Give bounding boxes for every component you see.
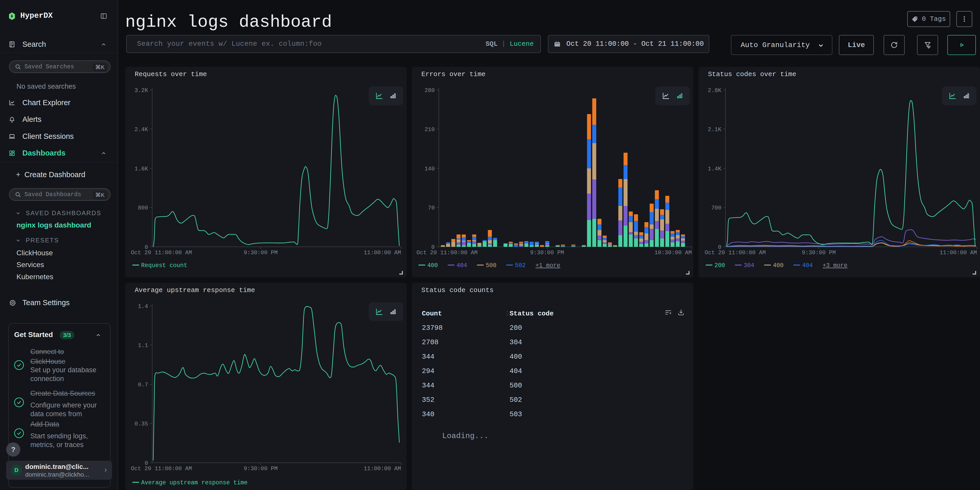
svg-text:140: 140 — [425, 166, 435, 172]
svg-text:503: 503 — [509, 410, 522, 418]
svg-text:1.4K: 1.4K — [708, 166, 722, 172]
svg-text:404: 404 — [457, 262, 467, 269]
svg-text:Loading...: Loading... — [442, 432, 488, 441]
svg-text:+3 more: +3 more — [822, 262, 848, 269]
svg-text:502: 502 — [515, 262, 525, 269]
svg-text:2.1K: 2.1K — [708, 126, 722, 133]
svg-text:2.4K: 2.4K — [134, 126, 148, 133]
svg-text:⋮: ⋮ — [504, 310, 510, 317]
svg-text:500: 500 — [509, 382, 522, 390]
svg-text:344: 344 — [422, 382, 434, 390]
svg-text:23798: 23798 — [422, 324, 443, 332]
svg-text:11:00:00 AM: 11:00:00 AM — [364, 250, 401, 256]
svg-text:400: 400 — [427, 262, 438, 269]
svg-text:1.6K: 1.6K — [134, 166, 148, 172]
svg-text:3.2K: 3.2K — [134, 88, 148, 94]
svg-text:0.35: 0.35 — [134, 421, 148, 427]
svg-text:0.7: 0.7 — [138, 382, 148, 388]
svg-text:280: 280 — [425, 88, 435, 94]
svg-text:404: 404 — [802, 262, 813, 269]
svg-text:9:30:00 PM: 9:30:00 PM — [244, 466, 278, 472]
svg-text:200: 200 — [714, 262, 725, 269]
svg-text:9:30:00 PM: 9:30:00 PM — [802, 250, 836, 256]
svg-text:352: 352 — [422, 396, 434, 404]
svg-text:294: 294 — [422, 368, 434, 375]
svg-text:200: 200 — [509, 324, 522, 332]
svg-text:Average upstream response time: Average upstream response time — [141, 479, 248, 486]
svg-text:Request count: Request count — [141, 262, 187, 269]
svg-text:Count: Count — [422, 310, 442, 318]
svg-text:500: 500 — [486, 262, 496, 269]
svg-text:11:00:00 AM: 11:00:00 AM — [364, 466, 401, 472]
svg-text:304: 304 — [744, 262, 754, 269]
svg-text:9:30:00 PM: 9:30:00 PM — [244, 250, 278, 256]
svg-text:800: 800 — [138, 205, 148, 211]
svg-text:304: 304 — [509, 339, 522, 346]
svg-text:344: 344 — [422, 353, 434, 361]
svg-text:400: 400 — [773, 262, 783, 269]
svg-text:1.1: 1.1 — [138, 342, 148, 349]
svg-text:2.8K: 2.8K — [708, 88, 722, 94]
svg-text:9:30:00 PM: 9:30:00 PM — [530, 250, 564, 256]
svg-text:210: 210 — [425, 126, 435, 133]
svg-text:+1 more: +1 more — [536, 262, 560, 269]
svg-text:404: 404 — [509, 368, 522, 375]
svg-text:Oct 20 11:00:00 AM: Oct 20 11:00:00 AM — [131, 250, 192, 256]
svg-text:Status code: Status code — [509, 310, 554, 318]
svg-text:11:00:00 AM: 11:00:00 AM — [940, 250, 977, 256]
svg-text:2708: 2708 — [422, 339, 439, 346]
svg-text:10:30:00 AM: 10:30:00 AM — [654, 250, 692, 256]
svg-text:Oct 20 11:00:00 AM: Oct 20 11:00:00 AM — [705, 250, 766, 256]
svg-text:Oct 20 11:00:00 AM: Oct 20 11:00:00 AM — [131, 466, 192, 472]
svg-text:502: 502 — [509, 396, 522, 404]
svg-text:1.4: 1.4 — [138, 303, 148, 310]
svg-text:70: 70 — [428, 205, 435, 211]
svg-text:Oct 20 11:00:00 AM: Oct 20 11:00:00 AM — [417, 250, 478, 256]
svg-text:340: 340 — [422, 410, 434, 418]
svg-text:700: 700 — [711, 205, 721, 211]
svg-text:400: 400 — [509, 353, 522, 361]
